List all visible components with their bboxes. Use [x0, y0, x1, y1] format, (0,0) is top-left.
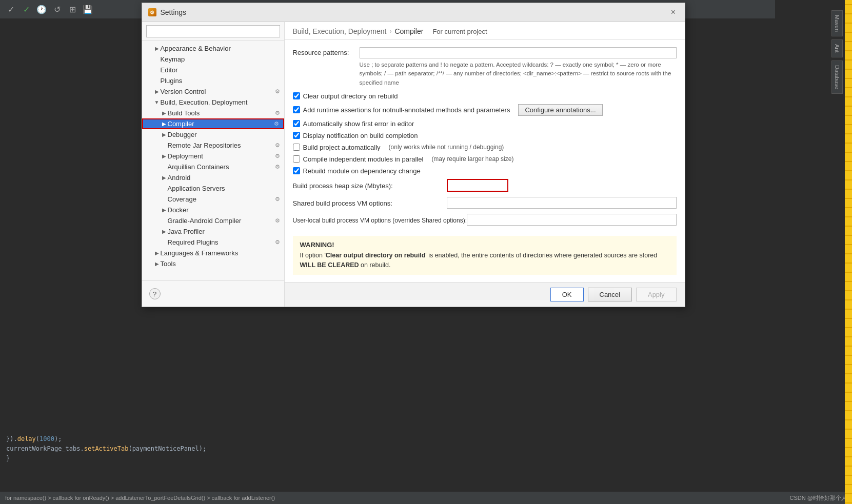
- warning-title: WARNING!: [300, 241, 669, 249]
- sidebar-item-debugger[interactable]: ▶ Debugger: [142, 129, 284, 140]
- sidebar-bottom: ?: [142, 280, 284, 307]
- search-box: 🔍: [142, 22, 284, 41]
- arrow-icon: ▶: [153, 45, 161, 52]
- shared-vm-input[interactable]: [447, 197, 677, 209]
- breadcrumb-link[interactable]: For current project: [432, 28, 487, 35]
- sidebar-item-app-servers[interactable]: Application Servers: [142, 183, 284, 194]
- arrow-icon: [161, 185, 168, 192]
- sidebar-item-version-control[interactable]: ▶ Version Control ⚙: [142, 86, 284, 97]
- arrow-icon: ▼: [153, 99, 161, 106]
- database-tab[interactable]: Database: [831, 61, 843, 94]
- sidebar-item-build-exec-deploy[interactable]: ▼ Build, Execution, Deployment: [142, 97, 284, 108]
- sidebar-item-deployment[interactable]: ▶ Deployment ⚙: [142, 151, 284, 162]
- rebuild-dependency-label: Rebuild module on dependency change: [303, 167, 421, 175]
- resource-patterns-hint: Use ; to separate patterns and ! to nega…: [360, 61, 677, 87]
- sidebar-item-label: Tools: [161, 260, 280, 268]
- sidebar-item-docker[interactable]: ▶ Docker: [142, 205, 284, 215]
- sidebar-item-label: Android: [168, 174, 280, 182]
- sidebar-item-label: Required Plugins: [168, 238, 273, 246]
- arrow-icon: ▶: [161, 228, 168, 235]
- sidebar-item-required-plugins[interactable]: Required Plugins ⚙: [142, 237, 284, 248]
- sidebar-item-editor[interactable]: Editor: [142, 65, 284, 75]
- sidebar-item-label: Version Control: [161, 88, 273, 95]
- sidebar-item-languages[interactable]: ▶ Languages & Frameworks: [142, 248, 284, 258]
- heap-size-input[interactable]: 7000: [447, 179, 508, 192]
- arrow-icon: ▶: [161, 174, 168, 182]
- gear-icon: ⚙: [275, 217, 280, 224]
- arrow-icon: ▶: [161, 153, 168, 160]
- build-auto-checkbox[interactable]: [293, 144, 300, 151]
- sidebar-item-label: Gradle-Android Compiler: [168, 217, 273, 225]
- sidebar-item-remote-jar[interactable]: Remote Jar Repositories ⚙: [142, 140, 284, 151]
- sidebar-tree: ▶ Appearance & Behavior Keymap Editor: [142, 41, 284, 280]
- sidebar-item-arquillian[interactable]: Arquillian Containers ⚙: [142, 162, 284, 172]
- heap-size-row: Build process heap size (Mbytes): 7000: [293, 179, 677, 192]
- checkbox-auto-show-error: Automatically show first error in editor: [293, 120, 677, 128]
- toolbar-history-icon[interactable]: 🕐: [36, 4, 47, 15]
- sidebar-item-plugins[interactable]: Plugins: [142, 75, 284, 86]
- dialog-footer: OK Cancel Apply: [285, 282, 685, 307]
- arrow-icon: [161, 164, 168, 171]
- sidebar-item-build-tools[interactable]: ▶ Build Tools ⚙: [142, 108, 284, 118]
- compile-parallel-checkbox[interactable]: [293, 155, 300, 163]
- yellow-stripe: [845, 0, 852, 504]
- gear-icon: ⚙: [275, 142, 280, 149]
- dialog-body: 🔍 ▶ Appearance & Behavior Keymap: [142, 22, 685, 307]
- sidebar-item-label: Compiler: [168, 120, 272, 128]
- checkbox-display-notification: Display notification on build completion: [293, 132, 677, 139]
- sidebar-item-appearance[interactable]: ▶ Appearance & Behavior: [142, 43, 284, 54]
- arrow-icon: ▶: [153, 88, 161, 95]
- auto-show-error-label: Automatically show first error in editor: [303, 120, 414, 128]
- search-input[interactable]: [146, 25, 280, 37]
- sidebar-item-label: Java Profiler: [168, 228, 280, 235]
- sidebar-item-coverage[interactable]: Coverage ⚙: [142, 194, 284, 205]
- sidebar-item-label: Appearance & Behavior: [161, 45, 280, 52]
- arrow-icon: [153, 77, 161, 85]
- sidebar-item-gradle-android[interactable]: Gradle-Android Compiler ⚙: [142, 215, 284, 226]
- display-notification-checkbox[interactable]: [293, 132, 300, 139]
- clear-output-checkbox[interactable]: [293, 92, 300, 99]
- sidebar-item-android[interactable]: ▶ Android: [142, 172, 284, 183]
- rebuild-dependency-checkbox[interactable]: [293, 167, 300, 174]
- arrow-icon: ▶: [153, 250, 161, 257]
- checkbox-build-auto: Build project automatically (only works …: [293, 144, 677, 151]
- shared-vm-row: Shared build process VM options:: [293, 197, 677, 209]
- ant-tab[interactable]: Ant: [831, 39, 843, 57]
- cancel-button[interactable]: Cancel: [588, 288, 632, 301]
- arrow-icon: ▶: [153, 260, 161, 268]
- sidebar-item-keymap[interactable]: Keymap: [142, 54, 284, 65]
- dialog-overlay: ⚙ Settings × 🔍 ▶ Appearanc: [51, 0, 775, 504]
- search-wrapper: 🔍: [146, 25, 280, 37]
- toolbar-check-green-2[interactable]: ✓: [21, 4, 32, 15]
- heap-size-label: Build process heap size (Mbytes):: [293, 180, 447, 190]
- dialog-title-left: ⚙ Settings: [148, 8, 187, 16]
- resource-patterns-input[interactable]: !?*.java;!?*.form;!?*.class;!?*.groovy;!…: [360, 47, 677, 58]
- auto-show-error-checkbox[interactable]: [293, 120, 300, 127]
- sidebar-item-label: Application Servers: [168, 185, 280, 192]
- gear-icon: ⚙: [274, 120, 279, 127]
- sidebar-item-compiler[interactable]: ▶ Compiler ⚙: [142, 118, 284, 129]
- add-runtime-checkbox[interactable]: [293, 106, 300, 113]
- display-notification-label: Display notification on build completion: [303, 132, 418, 139]
- help-button[interactable]: ?: [149, 288, 161, 299]
- dialog-close-button[interactable]: ×: [668, 7, 679, 17]
- checkbox-clear-output: Clear output directory on rebuild: [293, 92, 677, 100]
- sidebar-item-label: Build, Execution, Deployment: [161, 98, 280, 106]
- maven-tab[interactable]: Maven: [831, 10, 843, 36]
- checkbox-add-runtime: Add runtime assertions for notnull-annot…: [293, 104, 677, 116]
- arrow-icon: [161, 142, 168, 149]
- arrow-icon: [161, 239, 168, 246]
- arrow-icon: ▶: [161, 131, 168, 138]
- apply-button[interactable]: Apply: [636, 288, 677, 301]
- compile-parallel-note: (may require larger heap size): [431, 155, 513, 163]
- ok-button[interactable]: OK: [550, 288, 584, 301]
- configure-annotations-button[interactable]: Configure annotations...: [518, 104, 602, 116]
- sidebar: 🔍 ▶ Appearance & Behavior Keymap: [142, 22, 285, 307]
- user-local-vm-input[interactable]: [467, 214, 677, 226]
- sidebar-item-tools[interactable]: ▶ Tools: [142, 258, 284, 269]
- sidebar-item-java-profiler[interactable]: ▶ Java Profiler: [142, 226, 284, 237]
- user-local-vm-row: User-local build process VM options (ove…: [293, 214, 677, 226]
- toolbar-check-green-1[interactable]: ✓: [5, 4, 16, 15]
- gear-icon: ⚙: [275, 196, 280, 203]
- clear-output-label: Clear output directory on rebuild: [303, 92, 398, 100]
